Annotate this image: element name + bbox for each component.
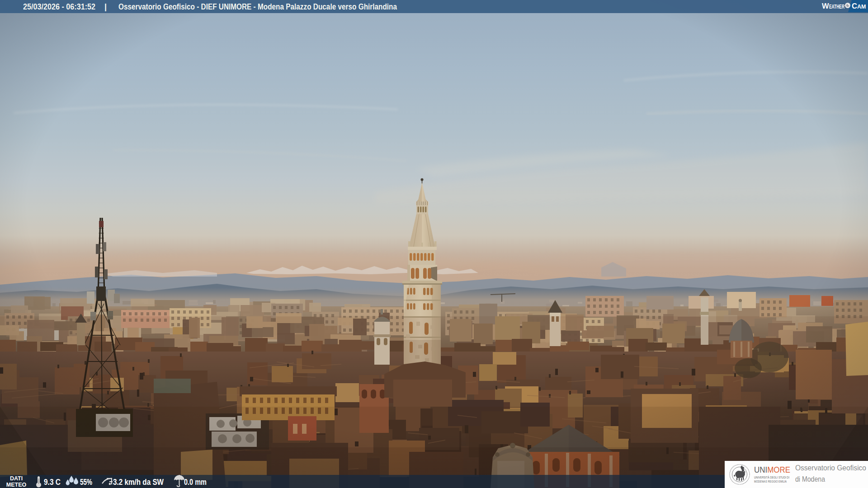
svg-text:UNIMORE: UNIMORE — [754, 465, 790, 474]
svg-text:9.3 C: 9.3 C — [44, 477, 61, 487]
svg-text:25/03/2026 - 06:31:52: 25/03/2026 - 06:31:52 — [23, 2, 95, 11]
svg-text:3.2 km/h da SW: 3.2 km/h da SW — [113, 477, 164, 487]
svg-text:Osservatorio Geofisico - DIEF: Osservatorio Geofisico - DIEF UNIMORE - … — [118, 2, 397, 11]
svg-text:C: C — [852, 2, 857, 10]
svg-text:MODENA E REGGIO EMILIA: MODENA E REGGIO EMILIA — [754, 479, 787, 483]
svg-text:Osservatorio Geofisico: Osservatorio Geofisico — [795, 464, 866, 472]
svg-text:W: W — [822, 2, 829, 10]
svg-text:METEO: METEO — [6, 482, 27, 488]
svg-text:|: | — [104, 2, 107, 11]
svg-text:UNIVERSITÀ DEGLI STUDI DI: UNIVERSITÀ DEGLI STUDI DI — [754, 475, 789, 479]
svg-text:di Modena: di Modena — [795, 475, 825, 483]
svg-text:EATHER: EATHER — [829, 4, 844, 10]
svg-text:0.0 mm: 0.0 mm — [184, 477, 207, 487]
svg-text:DATI: DATI — [10, 475, 23, 482]
svg-text:AM: AM — [857, 4, 866, 10]
svg-text:55%: 55% — [80, 477, 92, 487]
